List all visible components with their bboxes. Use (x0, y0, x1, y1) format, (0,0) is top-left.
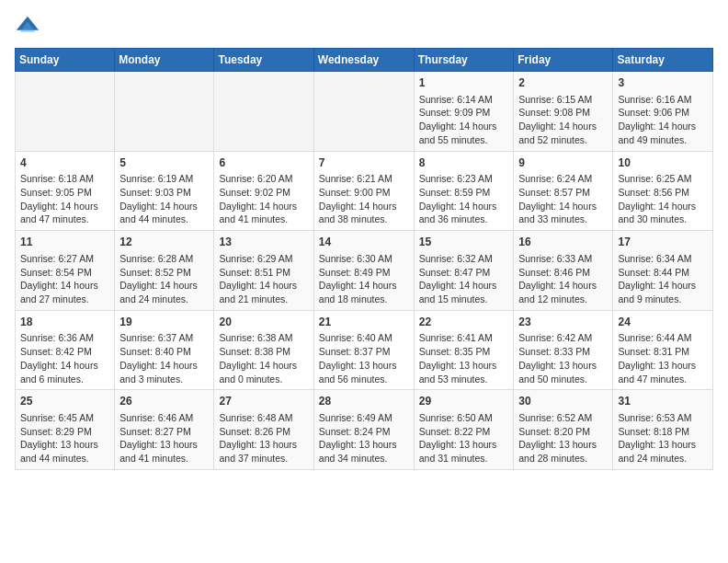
day-details: Sunrise: 6:53 AM Sunset: 8:18 PM Dayligh… (618, 411, 708, 465)
calendar-week-4: 18Sunrise: 6:36 AM Sunset: 8:42 PM Dayli… (16, 310, 713, 390)
day-number: 1 (419, 75, 509, 91)
day-number: 20 (219, 315, 308, 330)
calendar-cell: 24Sunrise: 6:44 AM Sunset: 8:31 PM Dayli… (613, 310, 713, 390)
calendar-cell: 30Sunrise: 6:52 AM Sunset: 8:20 PM Dayli… (514, 390, 613, 470)
calendar-cell: 27Sunrise: 6:48 AM Sunset: 8:26 PM Dayli… (214, 390, 313, 470)
day-details: Sunrise: 6:34 AM Sunset: 8:44 PM Dayligh… (618, 252, 708, 306)
calendar-cell: 10Sunrise: 6:25 AM Sunset: 8:56 PM Dayli… (613, 151, 713, 231)
calendar-cell (115, 72, 214, 152)
day-details: Sunrise: 6:40 AM Sunset: 8:37 PM Dayligh… (319, 331, 409, 385)
calendar-cell: 9Sunrise: 6:24 AM Sunset: 8:57 PM Daylig… (514, 151, 613, 231)
day-details: Sunrise: 6:19 AM Sunset: 9:03 PM Dayligh… (119, 172, 209, 226)
logo (15, 15, 44, 40)
day-of-week-thursday: Thursday (414, 49, 514, 72)
calendar-cell: 29Sunrise: 6:50 AM Sunset: 8:22 PM Dayli… (414, 390, 514, 470)
day-number: 8 (419, 155, 509, 171)
day-number: 28 (319, 394, 409, 409)
logo-icon (15, 15, 40, 40)
day-number: 6 (219, 155, 308, 171)
day-number: 24 (618, 315, 708, 330)
day-number: 19 (119, 315, 209, 330)
day-details: Sunrise: 6:49 AM Sunset: 8:24 PM Dayligh… (319, 411, 409, 465)
day-details: Sunrise: 6:38 AM Sunset: 8:38 PM Dayligh… (219, 331, 308, 385)
day-details: Sunrise: 6:36 AM Sunset: 8:42 PM Dayligh… (20, 331, 109, 385)
day-details: Sunrise: 6:29 AM Sunset: 8:51 PM Dayligh… (219, 252, 308, 306)
calendar-cell: 13Sunrise: 6:29 AM Sunset: 8:51 PM Dayli… (214, 231, 313, 311)
calendar-cell: 28Sunrise: 6:49 AM Sunset: 8:24 PM Dayli… (313, 390, 414, 470)
day-details: Sunrise: 6:52 AM Sunset: 8:20 PM Dayligh… (518, 411, 608, 465)
calendar-cell: 22Sunrise: 6:41 AM Sunset: 8:35 PM Dayli… (414, 310, 514, 390)
calendar-cell: 26Sunrise: 6:46 AM Sunset: 8:27 PM Dayli… (115, 390, 214, 470)
day-number: 3 (618, 75, 708, 91)
day-details: Sunrise: 6:42 AM Sunset: 8:33 PM Dayligh… (518, 331, 608, 385)
day-number: 29 (419, 394, 509, 409)
day-details: Sunrise: 6:15 AM Sunset: 9:08 PM Dayligh… (518, 93, 608, 147)
day-number: 7 (319, 155, 409, 171)
day-number: 13 (219, 235, 308, 250)
calendar-table: SundayMondayTuesdayWednesdayThursdayFrid… (15, 48, 713, 470)
day-details: Sunrise: 6:50 AM Sunset: 8:22 PM Dayligh… (419, 411, 509, 465)
day-number: 18 (20, 315, 109, 330)
calendar-cell: 31Sunrise: 6:53 AM Sunset: 8:18 PM Dayli… (613, 390, 713, 470)
day-number: 21 (319, 315, 409, 330)
calendar-cell: 7Sunrise: 6:21 AM Sunset: 9:00 PM Daylig… (313, 151, 414, 231)
day-details: Sunrise: 6:16 AM Sunset: 9:06 PM Dayligh… (618, 93, 708, 147)
calendar-header-row: SundayMondayTuesdayWednesdayThursdayFrid… (16, 49, 713, 72)
calendar-cell: 14Sunrise: 6:30 AM Sunset: 8:49 PM Dayli… (313, 231, 414, 311)
day-of-week-monday: Monday (115, 49, 214, 72)
calendar-cell: 20Sunrise: 6:38 AM Sunset: 8:38 PM Dayli… (214, 310, 313, 390)
calendar-cell: 8Sunrise: 6:23 AM Sunset: 8:59 PM Daylig… (414, 151, 514, 231)
calendar-cell: 2Sunrise: 6:15 AM Sunset: 9:08 PM Daylig… (514, 72, 613, 152)
day-number: 5 (119, 155, 209, 171)
day-details: Sunrise: 6:20 AM Sunset: 9:02 PM Dayligh… (219, 172, 308, 226)
day-details: Sunrise: 6:45 AM Sunset: 8:29 PM Dayligh… (20, 411, 109, 465)
day-details: Sunrise: 6:27 AM Sunset: 8:54 PM Dayligh… (20, 252, 109, 306)
calendar-cell: 4Sunrise: 6:18 AM Sunset: 9:05 PM Daylig… (16, 151, 115, 231)
day-details: Sunrise: 6:25 AM Sunset: 8:56 PM Dayligh… (618, 172, 708, 226)
day-details: Sunrise: 6:46 AM Sunset: 8:27 PM Dayligh… (119, 411, 209, 465)
day-number: 23 (518, 315, 608, 330)
day-of-week-friday: Friday (514, 49, 613, 72)
calendar-cell: 15Sunrise: 6:32 AM Sunset: 8:47 PM Dayli… (414, 231, 514, 311)
day-of-week-sunday: Sunday (16, 49, 115, 72)
calendar-cell: 25Sunrise: 6:45 AM Sunset: 8:29 PM Dayli… (16, 390, 115, 470)
calendar-cell (16, 72, 115, 152)
page-header (15, 15, 713, 40)
day-number: 9 (518, 155, 608, 171)
calendar-cell: 6Sunrise: 6:20 AM Sunset: 9:02 PM Daylig… (214, 151, 313, 231)
calendar-cell: 21Sunrise: 6:40 AM Sunset: 8:37 PM Dayli… (313, 310, 414, 390)
day-details: Sunrise: 6:23 AM Sunset: 8:59 PM Dayligh… (419, 172, 509, 226)
calendar-cell: 18Sunrise: 6:36 AM Sunset: 8:42 PM Dayli… (16, 310, 115, 390)
day-number: 25 (20, 394, 109, 409)
calendar-cell: 3Sunrise: 6:16 AM Sunset: 9:06 PM Daylig… (613, 72, 713, 152)
calendar-cell: 19Sunrise: 6:37 AM Sunset: 8:40 PM Dayli… (115, 310, 214, 390)
day-details: Sunrise: 6:30 AM Sunset: 8:49 PM Dayligh… (319, 252, 409, 306)
day-number: 12 (119, 235, 209, 250)
day-number: 11 (20, 235, 109, 250)
calendar-week-2: 4Sunrise: 6:18 AM Sunset: 9:05 PM Daylig… (16, 151, 713, 231)
day-details: Sunrise: 6:48 AM Sunset: 8:26 PM Dayligh… (219, 411, 308, 465)
day-details: Sunrise: 6:32 AM Sunset: 8:47 PM Dayligh… (419, 252, 509, 306)
day-number: 14 (319, 235, 409, 250)
calendar-cell: 1Sunrise: 6:14 AM Sunset: 9:09 PM Daylig… (414, 72, 514, 152)
calendar-cell: 11Sunrise: 6:27 AM Sunset: 8:54 PM Dayli… (16, 231, 115, 311)
day-number: 27 (219, 394, 308, 409)
day-details: Sunrise: 6:41 AM Sunset: 8:35 PM Dayligh… (419, 331, 509, 385)
day-number: 16 (518, 235, 608, 250)
day-number: 10 (618, 155, 708, 171)
calendar-week-5: 25Sunrise: 6:45 AM Sunset: 8:29 PM Dayli… (16, 390, 713, 470)
day-number: 26 (119, 394, 209, 409)
day-number: 4 (20, 155, 109, 171)
calendar-cell: 5Sunrise: 6:19 AM Sunset: 9:03 PM Daylig… (115, 151, 214, 231)
day-number: 30 (518, 394, 608, 409)
day-details: Sunrise: 6:33 AM Sunset: 8:46 PM Dayligh… (518, 252, 608, 306)
day-number: 31 (618, 394, 708, 409)
day-number: 17 (618, 235, 708, 250)
calendar-cell: 17Sunrise: 6:34 AM Sunset: 8:44 PM Dayli… (613, 231, 713, 311)
day-details: Sunrise: 6:18 AM Sunset: 9:05 PM Dayligh… (20, 172, 109, 226)
day-number: 15 (419, 235, 509, 250)
day-details: Sunrise: 6:21 AM Sunset: 9:00 PM Dayligh… (319, 172, 409, 226)
day-number: 2 (518, 75, 608, 91)
day-number: 22 (419, 315, 509, 330)
day-of-week-tuesday: Tuesday (214, 49, 313, 72)
